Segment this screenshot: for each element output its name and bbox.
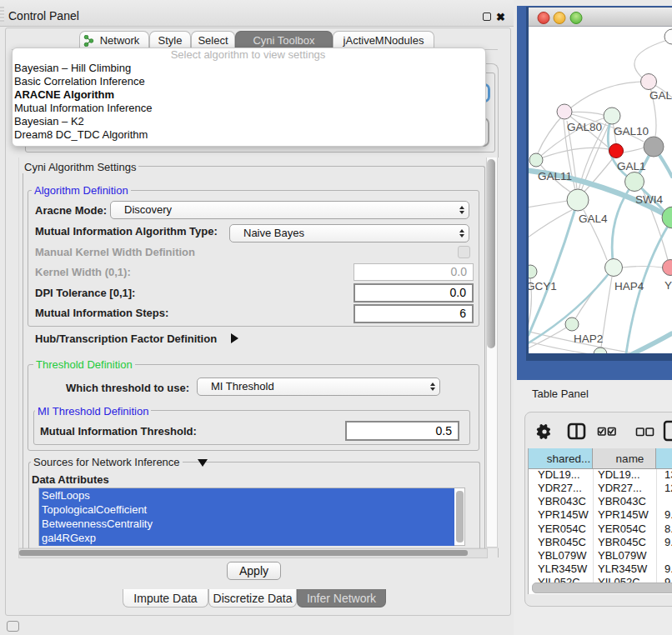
svg-text:Y: Y [664, 279, 672, 292]
svg-text:SWI4: SWI4 [635, 193, 663, 206]
svg-text:HAP4: HAP4 [614, 280, 644, 292]
svg-text:GCY1: GCY1 [526, 280, 557, 292]
svg-text:GAL1: GAL1 [617, 160, 646, 172]
svg-text:GAL2: GAL2 [649, 89, 672, 102]
svg-text:GAL80: GAL80 [567, 121, 602, 133]
svg-text:GAL10: GAL10 [614, 125, 649, 138]
svg-text:HAP2: HAP2 [574, 332, 603, 345]
svg-text:GAL4: GAL4 [579, 212, 608, 225]
svg-text:GAL11: GAL11 [538, 170, 572, 182]
